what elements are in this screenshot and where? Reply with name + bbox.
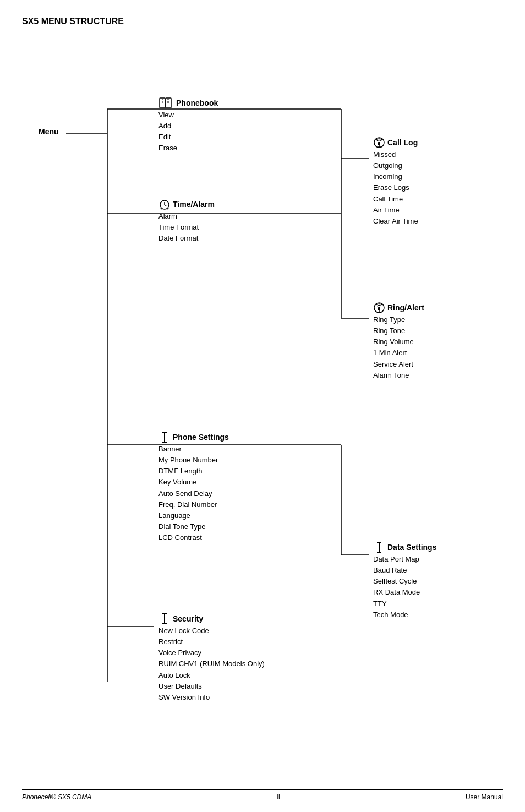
list-item: Key Volume <box>158 477 229 488</box>
list-item: Air Time <box>373 205 418 216</box>
list-item: Incoming <box>373 171 418 182</box>
phonesettings-icon <box>158 431 171 443</box>
datasettings-items: Data Port Map Baud Rate Selftest Cycle R… <box>373 554 436 620</box>
security-items: New Lock Code Restrict Voice Privacy RUI… <box>158 625 265 703</box>
svg-point-31 <box>160 202 161 203</box>
calllog-items: Missed Outgoing Incoming Erase Logs Call… <box>373 149 418 227</box>
list-item: Selftest Cycle <box>373 576 436 587</box>
security-title: Security <box>173 614 203 623</box>
list-item: Data Port Map <box>373 554 436 565</box>
security-node: Security New Lock Code Restrict Voice Pr… <box>158 613 265 703</box>
list-item: My Phone Number <box>158 455 229 466</box>
footer-left: Phonecell® SX5 CDMA <box>22 793 91 801</box>
ringalert-title: Ring/Alert <box>387 303 424 312</box>
list-item: Tech Mode <box>373 609 436 620</box>
diagram-area: Menu Phonebook View Add <box>22 48 503 753</box>
list-item: Restrict <box>158 636 265 647</box>
list-item: Auto Lock <box>158 670 265 681</box>
phonebook-title: Phonebook <box>176 99 218 107</box>
phonebook-icon <box>158 97 174 109</box>
list-item: Dial Tone Type <box>158 521 229 532</box>
list-item: New Lock Code <box>158 625 265 636</box>
list-item: User Defaults <box>158 681 265 692</box>
list-item: View <box>158 110 218 121</box>
list-item: Banner <box>158 444 229 455</box>
datasettings-title: Data Settings <box>387 543 436 552</box>
page-title: SX5 MENU STRUCTURE <box>22 17 503 26</box>
menu-label: Menu <box>39 127 59 136</box>
list-item: Add <box>158 121 218 132</box>
list-item: Auto Send Delay <box>158 488 229 499</box>
timealarm-node: Time/Alarm Alarm Time Format Date Format <box>158 198 215 244</box>
ringalert-icon <box>373 302 385 314</box>
list-item: SW Version Info <box>158 692 265 703</box>
phonesettings-title: Phone Settings <box>173 433 229 442</box>
phonesettings-items: Banner My Phone Number DTMF Length Key V… <box>158 444 229 543</box>
list-item: Baud Rate <box>373 565 436 576</box>
list-item: Alarm <box>158 211 215 222</box>
calllog-node: Call Log Missed Outgoing Incoming Erase … <box>373 137 418 227</box>
svg-rect-33 <box>378 307 380 310</box>
ringalert-node: Ring/Alert Ring Type Ring Tone Ring Volu… <box>373 302 424 381</box>
list-item: Alarm Tone <box>373 370 424 381</box>
list-item: 1 Min Alert <box>373 347 424 358</box>
list-item: Voice Privacy <box>158 647 265 658</box>
security-icon <box>158 613 171 625</box>
list-item: Outgoing <box>373 160 418 171</box>
timealarm-title: Time/Alarm <box>173 200 215 209</box>
svg-rect-23 <box>378 142 380 145</box>
footer-right: User Manual <box>466 793 503 801</box>
list-item: Ring Type <box>373 314 424 325</box>
page: SX5 MENU STRUCTURE <box>0 0 525 812</box>
timealarm-icon <box>158 198 171 210</box>
list-item: TTY <box>373 598 436 609</box>
list-item: Service Alert <box>373 359 424 370</box>
ringalert-items: Ring Type Ring Tone Ring Volume 1 Min Al… <box>373 314 424 381</box>
timealarm-items: Alarm Time Format Date Format <box>158 211 215 244</box>
phonebook-node: Phonebook View Add Edit Erase <box>158 97 218 154</box>
list-item: Time Format <box>158 222 215 233</box>
list-item: Erase <box>158 143 218 154</box>
datasettings-node: Data Settings Data Port Map Baud Rate Se… <box>373 541 436 620</box>
footer: Phonecell® SX5 CDMA ii User Manual <box>22 789 503 801</box>
list-item: Call Time <box>373 194 418 205</box>
calllog-title: Call Log <box>387 138 418 147</box>
list-item: RUIM CHV1 (RUIM Models Only) <box>158 658 265 669</box>
list-item: Missed <box>373 149 418 160</box>
list-item: Erase Logs <box>373 182 418 193</box>
datasettings-icon <box>373 541 385 553</box>
list-item: Language <box>158 510 229 521</box>
list-item: LCD Contrast <box>158 532 229 543</box>
svg-line-28 <box>165 205 166 206</box>
list-item: RX Data Mode <box>373 587 436 598</box>
list-item: Ring Tone <box>373 325 424 336</box>
list-item: Date Format <box>158 233 215 244</box>
list-item: Edit <box>158 132 218 143</box>
list-item: DTMF Length <box>158 466 229 477</box>
list-item: Clear Air Time <box>373 216 418 227</box>
phonebook-items: View Add Edit Erase <box>158 110 218 154</box>
footer-center: ii <box>277 793 280 801</box>
list-item: Freq. Dial Number <box>158 499 229 510</box>
phonesettings-node: Phone Settings Banner My Phone Number DT… <box>158 431 229 543</box>
calllog-icon <box>373 137 385 149</box>
list-item: Ring Volume <box>373 336 424 347</box>
